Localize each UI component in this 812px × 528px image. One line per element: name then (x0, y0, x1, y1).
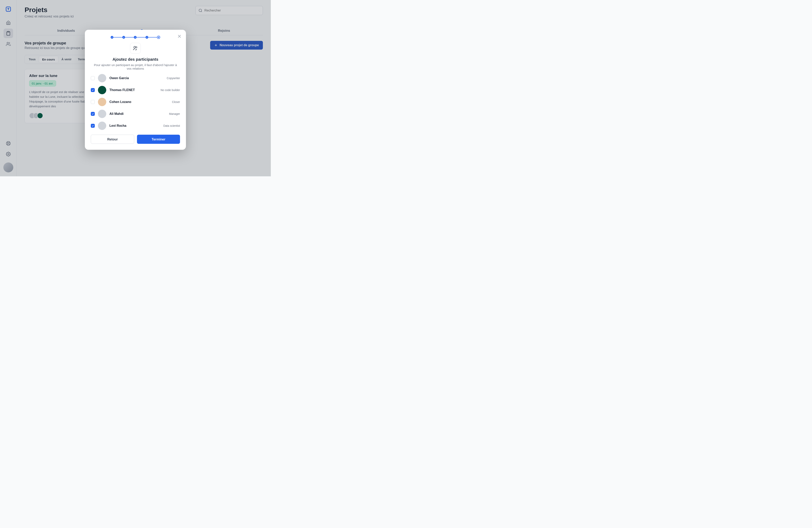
back-button[interactable]: Retour (91, 135, 134, 144)
close-icon[interactable] (177, 34, 182, 39)
participant-name: Cohen Lozano (110, 100, 131, 104)
participant-name: Thomas FLENET (110, 88, 135, 92)
svg-point-7 (134, 46, 135, 48)
add-participants-modal: Ajoutez des participants Pour ajouter un… (85, 30, 186, 150)
participants-icon (130, 43, 141, 54)
checkbox[interactable] (91, 88, 95, 92)
modal-description: Pour ajouter un participant au projet, i… (94, 63, 177, 70)
participant-row: Thomas FLENET No code builder (91, 86, 180, 94)
checkbox[interactable] (91, 112, 95, 116)
avatar-icon (98, 86, 106, 94)
participant-row: Owen Garcia Copywriter (91, 74, 180, 82)
avatar-icon (98, 110, 106, 118)
participant-row: Ali Mahdi Manager (91, 110, 180, 118)
avatar-icon (98, 74, 106, 82)
participant-role: Data scientist (163, 124, 180, 127)
participant-role: No code builder (161, 88, 180, 91)
checkbox[interactable] (91, 100, 95, 104)
step-icon (122, 36, 125, 39)
participant-role: Copywriter (167, 76, 180, 80)
step-icon (145, 36, 148, 39)
participant-row: Levi Rocha Data scientist (91, 122, 180, 130)
finish-button[interactable]: Terminer (137, 135, 180, 144)
step-icon (111, 36, 113, 39)
progress-stepper (111, 36, 160, 39)
participant-role: Manager (169, 112, 180, 115)
checkbox[interactable] (91, 76, 95, 80)
participant-name: Levi Rocha (110, 124, 126, 128)
step-current-icon (157, 36, 160, 39)
svg-point-8 (135, 47, 137, 48)
modal-title: Ajoutez des participants (91, 57, 180, 62)
participant-role: Closer (172, 100, 180, 103)
participants-list: Owen Garcia Copywriter Thomas FLENET No … (91, 74, 180, 130)
avatar-icon (98, 98, 106, 106)
avatar-icon (98, 122, 106, 130)
participant-row: Cohen Lozano Closer (91, 98, 180, 106)
step-icon (134, 36, 136, 39)
checkbox[interactable] (91, 124, 95, 128)
participant-name: Owen Garcia (110, 76, 129, 80)
participant-name: Ali Mahdi (110, 112, 124, 116)
